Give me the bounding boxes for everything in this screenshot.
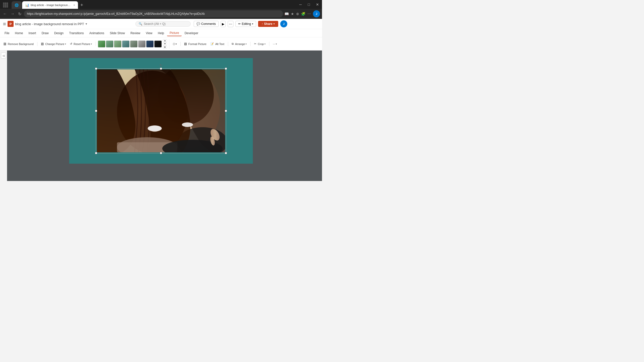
crop-group: ✂ Crop ▾ [253, 42, 269, 46]
style-swatch-4[interactable] [122, 40, 130, 48]
arrange-button[interactable]: ⧉ Arrange ▾ [230, 42, 248, 46]
extensions-icon[interactable]: 🧩 [301, 12, 305, 16]
menu-review[interactable]: Review [128, 30, 143, 36]
search-box: 🔍 [135, 21, 191, 27]
slide-container[interactable]: ↻ [69, 58, 253, 164]
change-pic-icon: 🖼 [41, 42, 44, 46]
arrange-icon: ⧉ [232, 42, 234, 46]
menu-slideshow[interactable]: Slide Show [107, 30, 127, 36]
user-avatar[interactable]: J [313, 10, 320, 17]
menu-design[interactable]: Design [52, 30, 66, 36]
style-swatch-1[interactable] [98, 40, 105, 48]
reset-picture-button[interactable]: ↺ Reset Picture ▾ [68, 42, 94, 46]
handle-top-right[interactable] [225, 68, 227, 70]
comments-button[interactable]: 💬 Comments [194, 21, 219, 27]
style-swatch-6[interactable] [138, 40, 146, 48]
menu-transitions[interactable]: Transitions [67, 30, 86, 36]
menu-home[interactable]: Home [12, 30, 25, 36]
alt-text-icon: 📝 [210, 42, 214, 46]
svg-point-5 [148, 125, 162, 131]
nav-icons-group: 📖 ★ ⊕ 🧩 ⋯ J [285, 10, 320, 17]
tab-title: blog article - image background... [31, 4, 71, 7]
extra-actions-button[interactable]: ⋯ [228, 21, 233, 27]
svg-point-6 [182, 122, 193, 127]
favorites-icon[interactable]: ★ [291, 12, 294, 16]
ribbon-more-group: ··· ▾ [271, 42, 278, 46]
nav-bar: ← → ↻ 📖 ★ ⊕ 🧩 ⋯ J [0, 9, 322, 19]
style-swatches [98, 40, 162, 48]
browser-menu-icon[interactable]: ⋯ [307, 12, 311, 16]
menu-view[interactable]: View [143, 30, 155, 36]
maximize-button[interactable]: □ [305, 0, 313, 9]
arrange-group: ⧉ Arrange ▾ [230, 42, 251, 46]
menu-picture[interactable]: Picture [167, 30, 181, 36]
style-swatch-7[interactable] [146, 40, 154, 48]
format-group: 🖼 Format Picture 📝 Alt Text [183, 42, 228, 46]
rotate-handle[interactable]: ↻ [159, 63, 163, 67]
style-scroll-down[interactable]: ▼ [163, 42, 167, 46]
handle-bottom-left[interactable] [95, 152, 97, 154]
handle-bottom-center[interactable] [160, 152, 162, 154]
handle-middle-right[interactable] [225, 110, 227, 112]
image-wrapper[interactable]: ↻ [97, 69, 225, 152]
alt-text-button[interactable]: 📝 Alt Text [209, 42, 226, 46]
crop-icon: ✂ [254, 42, 256, 46]
app-title-dropdown[interactable]: ▾ [86, 22, 87, 26]
apps-icon[interactable] [3, 3, 8, 8]
crop-button[interactable]: ✂ Crop ▾ [253, 42, 267, 46]
user-profile-avatar[interactable]: J [280, 20, 287, 27]
style-swatch-8[interactable] [154, 40, 162, 48]
tab-favicon-active: 📊 [25, 3, 29, 7]
menu-bar: File Home Insert Draw Design Transitions… [0, 29, 322, 37]
share-button[interactable]: ↑ Share ▾ [258, 21, 278, 27]
remove-bg-icon: 🖼 [4, 42, 6, 46]
app-logo: P [8, 21, 14, 27]
menu-developer[interactable]: Developer [182, 30, 201, 36]
present-button[interactable]: ▶ [221, 21, 226, 27]
search-icon: 🔍 [139, 22, 142, 26]
picture-border-button[interactable]: ◻ ▾ [171, 42, 178, 46]
editing-button[interactable]: ✏ Editing ▾ [235, 21, 256, 27]
menu-file[interactable]: File [2, 30, 12, 36]
format-pic-icon: 🖼 [184, 42, 187, 46]
style-swatch-5[interactable] [130, 40, 138, 48]
refresh-button[interactable]: ↻ [17, 11, 22, 17]
address-bar[interactable] [24, 10, 283, 17]
app-title: blog article - image background removal … [15, 22, 84, 26]
ribbon-more-button[interactable]: ··· ▾ [271, 42, 278, 46]
remove-background-button[interactable]: 🖼 Remove Background [2, 42, 35, 46]
style-gallery-btn[interactable]: ⊞ [163, 46, 167, 49]
app-bar-actions: 💬 Comments ▶ ⋯ ✏ Editing ▾ ↑ Share ▾ J [194, 20, 287, 27]
reader-icon[interactable]: 📖 [285, 12, 289, 16]
photo-image[interactable] [97, 69, 225, 152]
panel-toggle-button[interactable]: ◁ [1, 53, 6, 59]
forward-button[interactable]: → [10, 11, 16, 17]
change-picture-button[interactable]: 🖼 Change Picture ▾ [39, 42, 68, 46]
picture-ribbon: 🖼 Remove Background 🖼 Change Picture ▾ ↺… [0, 37, 322, 50]
menu-animations[interactable]: Animations [87, 30, 107, 36]
search-input[interactable] [144, 22, 184, 26]
format-picture-button[interactable]: 🖼 Format Picture [183, 42, 208, 46]
back-button[interactable]: ← [2, 11, 8, 17]
ribbon-container: ⊞ P blog article - image background remo… [0, 19, 322, 51]
border-icon: ◻ [173, 42, 175, 46]
menu-insert[interactable]: Insert [26, 30, 38, 36]
menu-help[interactable]: Help [155, 30, 167, 36]
tab-close-btn[interactable]: × [73, 4, 75, 7]
new-tab-button[interactable]: + [78, 3, 85, 8]
minimize-button[interactable]: ─ [296, 0, 305, 9]
ms-apps-icon[interactable]: ⊞ [3, 22, 6, 26]
tab-inactive[interactable]: 🌐 [12, 1, 22, 9]
browser-chrome: 🌐 📊 blog article - image background... ×… [0, 0, 322, 19]
close-button[interactable]: ✕ [313, 0, 322, 9]
collections-icon[interactable]: ⊕ [296, 12, 299, 16]
style-swatch-3[interactable] [114, 40, 122, 48]
style-swatch-2[interactable] [106, 40, 113, 48]
main-canvas-area: ◁ ↻ [0, 51, 322, 181]
handle-bottom-right[interactable] [225, 152, 227, 154]
menu-draw[interactable]: Draw [39, 30, 51, 36]
tab-active[interactable]: 📊 blog article - image background... × [22, 1, 78, 9]
style-scroll-up[interactable]: ▲ [163, 39, 167, 42]
picture-styles-group: ▲ ▼ ⊞ [98, 39, 169, 49]
app-bar: ⊞ P blog article - image background remo… [0, 19, 322, 29]
